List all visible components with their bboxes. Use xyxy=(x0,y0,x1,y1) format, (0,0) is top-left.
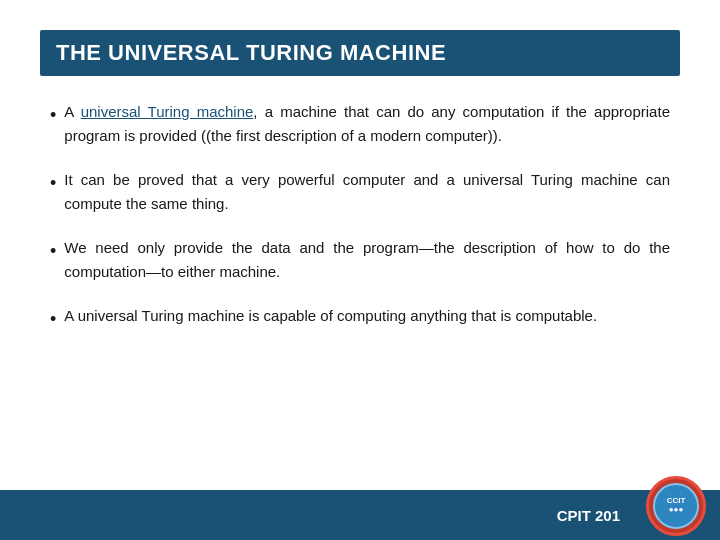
list-item: • A universal Turing machine is capable … xyxy=(50,304,670,334)
bullet-text-2: It can be proved that a very powerful co… xyxy=(64,168,670,216)
bullet-icon: • xyxy=(50,169,56,198)
footer-bar: CPIT 201 CCIT●●● xyxy=(0,490,720,540)
text-before-underline: A xyxy=(64,103,80,120)
footer-label: CPIT 201 xyxy=(557,507,620,524)
logo-inner: CCIT●●● xyxy=(653,483,699,529)
logo-circle: CCIT●●● xyxy=(646,476,706,536)
slide-title: THE UNIVERSAL TURING MACHINE xyxy=(56,40,664,66)
logo-text: CCIT●●● xyxy=(667,497,686,515)
slide: THE UNIVERSAL TURING MACHINE • A univers… xyxy=(0,0,720,540)
bullet-text-1: A universal Turing machine, a machine th… xyxy=(64,100,670,148)
list-item: • We need only provide the data and the … xyxy=(50,236,670,284)
bullet-text-4: A universal Turing machine is capable of… xyxy=(64,304,670,328)
slide-content: • A universal Turing machine, a machine … xyxy=(40,100,680,334)
bullet-icon: • xyxy=(50,305,56,334)
list-item: • It can be proved that a very powerful … xyxy=(50,168,670,216)
bullet-text-3: We need only provide the data and the pr… xyxy=(64,236,670,284)
bullet-icon: • xyxy=(50,101,56,130)
bullet-icon: • xyxy=(50,237,56,266)
list-item: • A universal Turing machine, a machine … xyxy=(50,100,670,148)
underlined-term: universal Turing machine xyxy=(81,103,254,120)
title-bar: THE UNIVERSAL TURING MACHINE xyxy=(40,30,680,76)
